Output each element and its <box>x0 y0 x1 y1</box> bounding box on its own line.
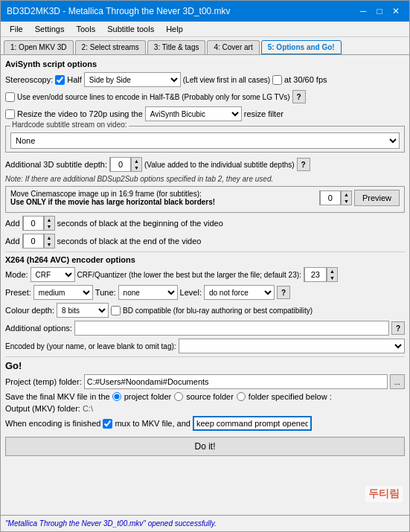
menu-file[interactable]: File <box>4 23 29 35</box>
preset-select[interactable]: ultrafastsuperfastveryfast fasterfastmed… <box>33 285 93 300</box>
black-end-down[interactable]: ▼ <box>44 241 54 248</box>
fps-checkbox[interactable] <box>272 75 282 85</box>
x264-section-label: X264 (h264 AVC) encoder options <box>5 255 405 264</box>
crf-spinner: ▲ ▼ <box>304 267 338 282</box>
black-end-spinner: ▲ ▼ <box>22 234 55 249</box>
window-title: BD3D2MK3D - Metallica Through the Never … <box>7 6 231 16</box>
tab-select-streams[interactable]: 2: Select streams <box>75 40 146 54</box>
menu-help[interactable]: Help <box>160 23 189 35</box>
project-folder-input[interactable] <box>84 374 388 389</box>
hardcode-group: Hardcode subtitle stream on video: None <box>5 126 405 153</box>
mode-select[interactable]: CRF 2-pass 1-pass <box>31 267 75 282</box>
level-label: Level: <box>180 288 202 297</box>
stereoscopy-half-label: Half <box>67 75 82 84</box>
crf-input[interactable] <box>304 267 327 282</box>
colour-depth-label: Colour depth: <box>5 306 54 315</box>
hardcode-select[interactable]: None <box>10 132 400 149</box>
resize-label: Resize the video to 720p using the <box>17 109 143 118</box>
preset-row: Preset: ultrafastsuperfastveryfast faste… <box>5 285 405 300</box>
save-radio-group: project folder source folder folder spec… <box>112 392 332 401</box>
output-folder-value: C:\ <box>83 404 93 413</box>
stereoscopy-select[interactable]: Side by Side Top and Bottom Frame sequen… <box>84 72 181 87</box>
black-start-spinner: ▲ ▼ <box>22 216 55 231</box>
do-it-button[interactable]: Do it! <box>5 437 405 456</box>
menu-tools[interactable]: Tools <box>70 23 101 35</box>
resize-checkbox[interactable] <box>5 109 15 119</box>
additional-options-row: Additional options: ? <box>5 321 405 336</box>
subtitle-depth-input[interactable] <box>110 157 131 172</box>
menu-bar: File Settings Tools Subtitle tools Help <box>1 22 409 37</box>
colour-depth-row: Colour depth: 8 bits10 bits BD compatibl… <box>5 303 405 318</box>
additional-help-button[interactable]: ? <box>391 321 405 335</box>
save-project-radio[interactable] <box>112 392 121 401</box>
tab-bar: 1: Open MKV 3D 2: Select streams 3: Titl… <box>1 37 409 54</box>
black-end-label: Add <box>5 237 20 246</box>
even-odd-checkbox[interactable] <box>5 92 15 102</box>
tab-open-mkv[interactable]: 1: Open MKV 3D <box>4 40 74 54</box>
cinemascope-spinner: ▲ ▼ <box>319 190 352 205</box>
preset-label: Preset: <box>5 288 31 297</box>
additional-options-input[interactable] <box>74 321 389 336</box>
cinemascope-down[interactable]: ▼ <box>341 198 351 205</box>
colour-depth-select[interactable]: 8 bits10 bits <box>57 303 109 318</box>
black-start-down[interactable]: ▼ <box>44 223 54 230</box>
save-specified-label: folder specified below : <box>249 392 332 401</box>
save-label: Save the final MKV file in the <box>5 392 110 401</box>
stereoscopy-row: Stereoscopy: Half Side by Side Top and B… <box>5 72 405 87</box>
subtitle-depth-note: (Value added to the individual subtitle … <box>144 161 295 169</box>
menu-settings[interactable]: Settings <box>29 23 71 35</box>
encoded-by-select[interactable] <box>179 339 405 353</box>
subtitle-depth-help-button[interactable]: ? <box>297 158 310 171</box>
subtitle-depth-row: Additional 3D subtitle depth: ▲ ▼ (Value… <box>5 157 405 172</box>
subtitle-depth-label: Additional 3D subtitle depth: <box>5 160 107 169</box>
menu-subtitle-tools[interactable]: Subtitle tools <box>101 23 160 35</box>
cinemascope-box: Move Cinemascope image up in 16:9 frame … <box>5 186 405 213</box>
tab-options-go[interactable]: 5: Options and Go! <box>261 40 342 54</box>
stereoscopy-label: Stereoscopy: <box>5 75 53 84</box>
subtitle-depth-down[interactable]: ▼ <box>131 164 141 171</box>
mux-label: mux to MKV file, and <box>115 419 190 428</box>
preview-button[interactable]: Preview <box>354 190 400 206</box>
level-help-button[interactable]: ? <box>277 286 290 299</box>
black-start-up[interactable]: ▲ <box>44 217 54 223</box>
mode-row: Mode: CRF 2-pass 1-pass CRF/Quantizer (t… <box>5 267 405 282</box>
tab-title-tags[interactable]: 3: Title & tags <box>147 40 206 54</box>
crf-note: CRF/Quantizer (the lower the best but th… <box>77 271 301 279</box>
resize-row: Resize the video to 720p using the AviSy… <box>5 106 405 121</box>
cinemascope-up[interactable]: ▲ <box>341 191 351 198</box>
save-source-radio[interactable] <box>174 392 183 401</box>
project-folder-label: Project (temp) folder: <box>5 377 82 386</box>
tune-select[interactable]: nonefilmanimation grainpsnrssim <box>118 285 178 300</box>
subtitle-depth-spinner: ▲ ▼ <box>109 157 142 172</box>
cinemascope-row: Move Cinemascope image up in 16:9 frame … <box>10 190 400 206</box>
crf-down[interactable]: ▼ <box>327 275 337 281</box>
close-button[interactable]: ✕ <box>388 4 403 19</box>
resize-filter-select[interactable]: AviSynth Bicubic AviSynth Bilinear AviSy… <box>145 106 242 121</box>
command-input[interactable] <box>193 416 312 431</box>
avisynth-section-label: AviSynth script options <box>5 60 405 68</box>
black-end-label2: seconds of black at the end of the video <box>57 237 202 246</box>
cinemascope-input[interactable] <box>320 190 341 205</box>
even-odd-help-button[interactable]: ? <box>292 90 306 103</box>
bd-compatible-checkbox[interactable] <box>111 306 121 315</box>
black-end-up[interactable]: ▲ <box>44 234 54 241</box>
hardcode-group-title: Hardcode subtitle stream on video: <box>10 121 129 129</box>
subtitle-depth-up[interactable]: ▲ <box>131 158 141 164</box>
save-source-label: source folder <box>186 392 234 401</box>
mux-checkbox[interactable] <box>103 419 112 429</box>
minimize-button[interactable]: ─ <box>356 4 371 19</box>
save-specified-radio[interactable] <box>237 392 246 401</box>
level-select[interactable]: do not force12 33.144.1 55.1 <box>204 285 275 300</box>
black-start-input[interactable] <box>23 216 44 231</box>
crf-up[interactable]: ▲ <box>327 268 337 275</box>
black-start-label: Add <box>5 219 20 228</box>
encoding-done-label: When encoding is finished <box>5 419 100 428</box>
output-folder-row: Output (MKV) folder: C:\ <box>5 404 405 413</box>
title-bar: BD3D2MK3D - Metallica Through the Never … <box>1 1 409 22</box>
project-folder-row: Project (temp) folder: ... <box>5 374 405 389</box>
tab-cover-art[interactable]: 4: Cover art <box>207 40 259 54</box>
maximize-button[interactable]: □ <box>372 4 387 19</box>
stereoscopy-half-checkbox[interactable] <box>55 75 65 85</box>
black-end-input[interactable] <box>23 234 44 249</box>
project-folder-browse-button[interactable]: ... <box>390 374 405 389</box>
